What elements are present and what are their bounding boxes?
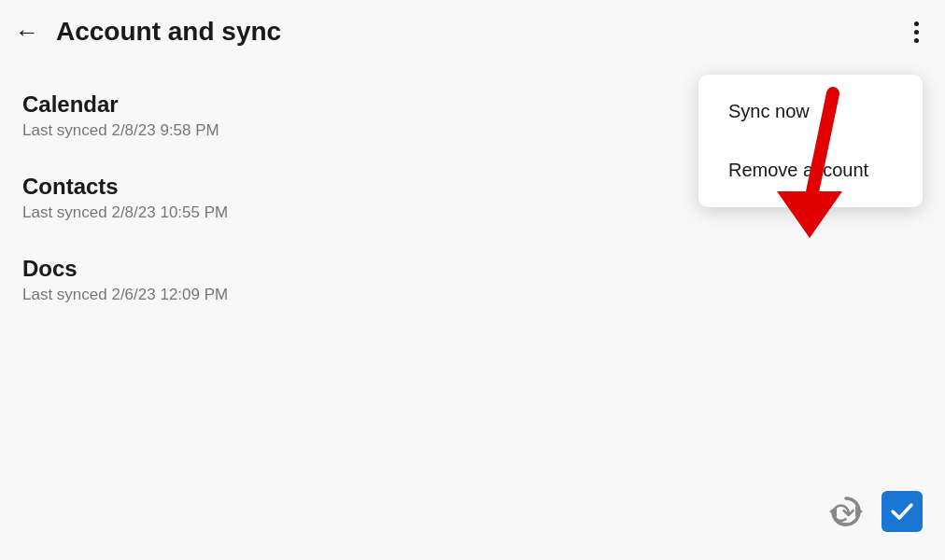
dropdown-menu: Sync now Remove account <box>698 75 923 207</box>
back-button[interactable]: ← <box>15 20 39 44</box>
more-dot-3 <box>914 38 919 43</box>
header-left: ← Account and sync <box>15 17 281 47</box>
svg-text:⟳: ⟳ <box>831 497 855 530</box>
list-item-docs[interactable]: Docs Last synced 2/6/23 12:09 PM <box>0 239 945 321</box>
list-item-subtitle: Last synced 2/6/23 12:09 PM <box>22 286 923 304</box>
more-options-button[interactable] <box>910 18 923 47</box>
page-title: Account and sync <box>56 17 281 47</box>
remove-account-menu-item[interactable]: Remove account <box>698 141 923 200</box>
more-dot-1 <box>914 21 919 26</box>
sync-icon[interactable]: ⟳ <box>825 491 867 532</box>
list-item-title: Docs <box>22 256 923 282</box>
more-dot-2 <box>914 30 919 35</box>
sync-now-menu-item[interactable]: Sync now <box>698 82 923 141</box>
checkbox-checked[interactable] <box>882 491 923 532</box>
bottom-action-icons: ⟳ <box>825 491 923 532</box>
header: ← Account and sync <box>0 0 945 63</box>
